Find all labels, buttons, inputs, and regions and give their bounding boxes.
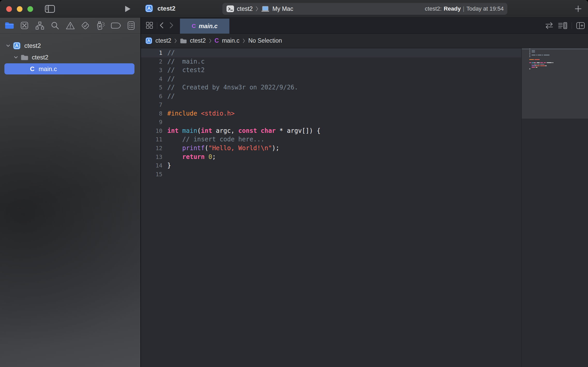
find-navigator-tab[interactable] [50,20,60,31]
traffic-lights [6,6,33,12]
disclosure-chevron-icon[interactable] [6,44,10,47]
go-forward-button[interactable] [169,22,174,29]
minimap-line-bar [545,65,546,66]
toolbar: ctest2 ctest2 [0,0,588,18]
jumpbar-selection[interactable]: No Selection [248,37,282,44]
close-button[interactable] [6,6,12,12]
line-number: 4 [141,75,167,83]
tabbar-divider [157,22,157,29]
editor-options-button[interactable] [558,21,568,30]
grid-icon [146,21,153,29]
line-number: 6 [141,92,167,101]
project-navigator-tab[interactable] [4,20,14,31]
scheme-selector[interactable]: ctest2 My Mac [227,5,293,12]
zoom-button[interactable] [27,6,33,12]
code-line[interactable]: 1// [141,49,521,57]
symbol-navigator-tab[interactable] [35,20,45,31]
tree-row-project[interactable]: ctest2 [0,40,140,51]
scheme-target: ctest2 [237,5,253,12]
minimap-line-bar [534,59,540,60]
jumpbar-label: main.c [222,37,239,44]
minimap-line-bar [542,55,543,55]
code-line[interactable]: 7 [141,101,521,109]
tree-item-label: ctest2 [24,42,41,49]
code-line[interactable]: 4// [141,75,521,83]
code-line[interactable]: 3// ctest2 [141,66,521,75]
code-line[interactable]: 6// [141,92,521,101]
minimap-line-bar [532,50,535,51]
code-line[interactable]: 14} [141,161,521,170]
minimize-button[interactable] [17,6,22,12]
minimap-line-bar [540,62,543,63]
test-navigator-tab[interactable] [80,20,91,31]
editor-tab-main-c[interactable]: C main.c [180,19,229,34]
go-back-button[interactable] [159,22,164,29]
source-control-navigator-tab[interactable] [19,20,30,31]
report-navigator-tab[interactable] [126,20,136,31]
disclosure-chevron-icon[interactable] [14,56,18,59]
activity-status[interactable]: ctest2: Ready | Today at 19:54 [425,5,504,12]
code-text: #include <stdio.h> [167,109,235,118]
issue-navigator-tab[interactable] [65,20,76,31]
jumpbar-group[interactable]: ctest2 [180,37,206,44]
code-text: int main(int argc, const char * argv[]) … [167,127,320,135]
minimap-line-bar [529,49,530,49]
code-line[interactable]: 5// Created by 4nsw3r on 2022/9/26. [141,83,521,92]
code-line[interactable]: 12 printf("Hello, World!\n"); [141,144,521,153]
status-project: ctest2: [425,5,442,12]
minimap-line-bar [532,51,535,52]
hierarchy-icon [35,21,44,30]
code-line[interactable]: 10int main(int argc, const char * argv[]… [141,127,521,135]
add-editor-button[interactable] [576,22,585,29]
tree-row-folder[interactable]: ctest2 [0,51,140,63]
line-number: 8 [141,109,167,118]
debug-navigator-tab[interactable] [95,20,106,31]
related-items-button[interactable] [146,21,153,29]
code-text: return 0; [167,153,216,162]
code-text: // [167,49,175,57]
source-control-icon [20,21,29,30]
line-number: 9 [141,118,167,127]
minimap-line-bar [534,62,536,63]
library-add-button[interactable] [574,5,582,13]
minimap-line-bar [532,64,533,65]
minimap-line-bar [536,67,537,68]
sidebar-toggle-icon [45,5,55,13]
project-icon [145,37,152,44]
code-line[interactable]: 15 [141,170,521,179]
code-text: // [167,75,175,83]
c-file-icon: C [192,23,196,29]
split-editor-plus-icon [576,22,585,29]
status-separator: | [463,5,464,12]
jumpbar-project[interactable]: ctest2 [145,37,171,44]
breakpoint-tag-icon [110,22,121,29]
folder-icon [21,55,28,60]
minimap[interactable] [522,48,588,367]
code-review-button[interactable] [545,22,554,29]
source-editor[interactable]: 1//2// main.c3// ctest24//5// Created by… [141,48,588,367]
minimap-line-bar [548,62,552,63]
play-icon [125,5,131,12]
jumpbar-file[interactable]: C main.c [215,37,239,44]
minimap-line-bar [529,53,530,54]
toggle-sidebar-button[interactable] [45,5,55,13]
code-text: // main.c [167,57,205,66]
breakpoint-navigator-tab[interactable] [111,20,121,31]
code-line[interactable]: 13 return 0; [141,153,521,162]
run-button[interactable] [125,5,131,12]
code-line[interactable]: 8#include <stdio.h> [141,109,521,118]
chevron-separator-icon [174,38,177,43]
code-line[interactable]: 2// main.c [141,57,521,66]
line-number: 11 [141,135,167,144]
line-number: 14 [141,161,167,170]
report-list-icon [127,21,135,30]
line-number: 10 [141,127,167,135]
minimap-panel [522,48,588,119]
code-line[interactable]: 9 [141,118,521,127]
xcode-window: ctest2 ctest2 [0,0,588,367]
code-line[interactable]: 11 // insert code here... [141,135,521,144]
tree-row-file-selected[interactable]: C main.c [0,63,140,75]
my-mac-icon [261,6,269,12]
tree-item-label: main.c [39,65,57,73]
minimap-line-bar [552,62,553,63]
